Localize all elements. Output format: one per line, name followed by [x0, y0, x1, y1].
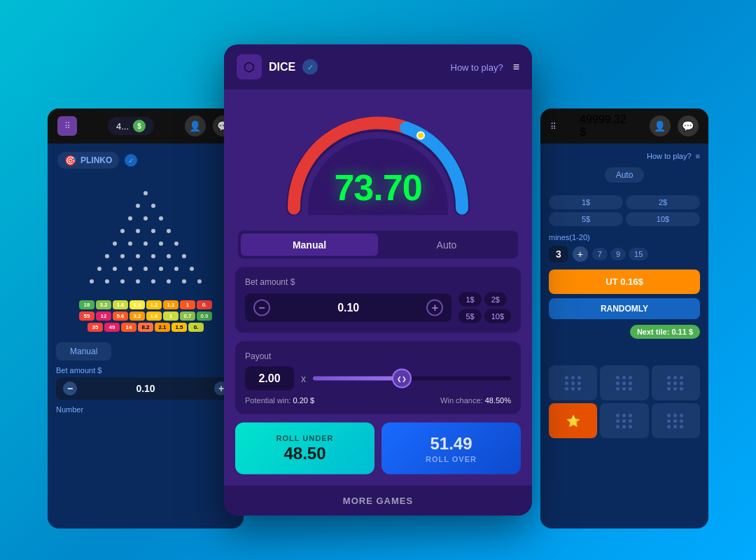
tile-6[interactable] [652, 403, 700, 438]
quick-bets-row-2: 5$ 10$ [458, 309, 511, 323]
qa-btn-1[interactable]: 1$ [549, 195, 623, 209]
left-dollar-badge: $ [133, 120, 146, 132]
gauge-wrapper: 73.70 [280, 104, 476, 216]
how-to-play-link[interactable]: How to play? [451, 62, 503, 72]
potential-win-label: Potential win: 0.20 $ [245, 396, 314, 405]
left-balance-chip: 4... $ [108, 117, 154, 135]
slider-thumb[interactable]: ❮❯ [392, 369, 412, 388]
mines-plus[interactable]: + [573, 246, 588, 262]
bet-value-left: 0.10 [83, 383, 209, 394]
next-tile-badge: Next tile: 0.11 $ [630, 325, 700, 339]
plinko-multipliers: 18 3.2 1.6 1.3 1.2 1.1 1 0. 55 12 5.6 3.… [48, 298, 244, 337]
how-to-play-label-right: How to play? [647, 152, 692, 160]
bet-minus-left[interactable]: − [63, 382, 77, 396]
roll-under-button[interactable]: ROLL UNDER 48.50 [235, 423, 374, 475]
tile-5[interactable] [600, 403, 648, 438]
payout-value: 2.00 [245, 367, 294, 391]
quick-bet-5[interactable]: 5$ [458, 309, 481, 323]
quick-bet-2[interactable]: 2$ [484, 293, 507, 307]
tile-3[interactable] [652, 365, 700, 400]
user-icon-left[interactable]: 👤 [185, 115, 206, 136]
mines-label: mines(1-20) [549, 233, 700, 241]
right-panel-content: How to play? ≡ Auto 1$ 2$ 5$ 10$ mines(1… [540, 144, 708, 447]
manual-tab[interactable]: Manual [241, 234, 378, 256]
quick-bets: 1$ 2$ 5$ 10$ [458, 293, 511, 323]
payout-label: Payout [245, 351, 511, 361]
left-plinko-header: 🎯 PLINKO ✓ [48, 144, 244, 177]
roll-over-label: ROLL OVER [426, 455, 477, 463]
quick-bet-1[interactable]: 1$ [458, 293, 481, 307]
bet-input-area: − 0.10 + [245, 294, 451, 322]
mines-preset-9[interactable]: 9 [610, 248, 626, 260]
mode-tabs: Manual Auto [238, 231, 518, 259]
hamburger-menu-icon[interactable]: ≡ [513, 61, 519, 74]
quick-amounts-right: 1$ 2$ 5$ 10$ [549, 195, 700, 226]
win-chance-value: 48.50% [485, 396, 511, 405]
payout-info: Potential win: 0.20 $ Win chance: 48.50% [245, 396, 511, 405]
number-label-left: Number [56, 405, 235, 414]
right-app-header: ⠿ 49999.32 $ 👤 💬 [540, 108, 708, 144]
dice-game-icon: ⬡ [244, 59, 255, 75]
roll-over-button[interactable]: 51.49 ROLL OVER [382, 423, 521, 475]
qa-btn-2[interactable]: 2$ [626, 195, 700, 209]
right-background-panel: ⠿ 49999.32 $ 👤 💬 How to play? ≡ Auto 1$ … [540, 108, 708, 528]
tile-4-orange[interactable]: ⭐ [549, 403, 597, 438]
roll-under-value: 48.50 [284, 444, 326, 463]
right-dollar-badge: $ [580, 126, 626, 139]
gauge-value: 73.70 [334, 167, 421, 209]
bet-plus-button[interactable]: + [426, 300, 443, 316]
bet-minus-button[interactable]: − [253, 300, 270, 316]
dots-icon: ⠿ [64, 121, 71, 131]
bet-amount-value: 0.10 [276, 302, 421, 314]
right-header-icons: 👤 💬 [650, 115, 699, 136]
bet-row: − 0.10 + 1$ 2$ 5$ 10$ [245, 293, 511, 323]
bet-label-left: Bet amount $ [56, 366, 235, 374]
manual-button-left[interactable]: Manual [56, 342, 111, 360]
payout-row: 2.00 x ❮❯ [245, 367, 511, 391]
mine-grid: ⭐ [549, 365, 700, 438]
chat-icon-right[interactable]: 💬 [678, 115, 699, 136]
right-app-icon: ⠿ [550, 120, 556, 132]
win-chance-label: Win chance: 48.50% [440, 396, 511, 405]
tile-2[interactable] [600, 365, 648, 400]
mines-preset-15[interactable]: 15 [629, 248, 648, 260]
slider-track [313, 377, 511, 381]
quick-bets-row-1: 1$ 2$ [458, 293, 511, 307]
gauge-container: 73.70 [224, 90, 532, 223]
qa-btn-10[interactable]: 10$ [626, 212, 700, 226]
payout-x-symbol: x [301, 373, 306, 384]
slider-fill [313, 377, 402, 381]
dice-verified-badge: ✓ [302, 59, 318, 75]
tile-1[interactable] [549, 365, 597, 400]
mines-preset-7[interactable]: 7 [592, 248, 608, 260]
bet-section: Bet amount $ − 0.10 + 1$ 2$ 5$ 10$ [235, 267, 521, 333]
dice-title: DICE [269, 61, 295, 74]
user-icon-right[interactable]: 👤 [650, 115, 671, 136]
mines-section: mines(1-20) 3 + 7 9 15 [549, 233, 700, 262]
quick-bet-10[interactable]: 10$ [484, 309, 511, 323]
dice-icon-box: ⬡ [237, 55, 262, 80]
dice-modal: ⬡ DICE ✓ How to play? ≡ [224, 45, 532, 516]
mines-value: 3 [549, 246, 568, 262]
plinko-title: PLINKO [80, 155, 112, 165]
plinko-verified-badge: ✓ [125, 154, 137, 167]
bet-input-left: − 0.10 + [56, 377, 235, 400]
menu-icon-right: ≡ [696, 152, 700, 160]
payout-orange-button[interactable]: UT 0.16$ [549, 270, 700, 294]
payout-section: Payout 2.00 x ❮❯ Potential win: 0.20 $ W… [235, 342, 521, 414]
auto-tab[interactable]: Auto [378, 234, 515, 256]
bet-section-label: Bet amount $ [245, 277, 511, 287]
qa-btn-5[interactable]: 5$ [549, 212, 623, 226]
mines-row: 3 + 7 9 15 [549, 246, 700, 262]
left-app-icon: ⠿ [57, 116, 77, 136]
randomly-button[interactable]: RANDOMLY [549, 298, 700, 319]
plinko-title-badge: 🎯 PLINKO [57, 152, 119, 169]
potential-win-value: 0.20 $ [293, 396, 315, 405]
dice-title-area: ⬡ DICE ✓ [237, 55, 318, 80]
plinko-pattern [48, 177, 244, 298]
payout-slider-area[interactable]: ❮❯ [313, 368, 511, 389]
right-how-to-play[interactable]: How to play? ≡ [549, 152, 700, 160]
auto-tab-right[interactable]: Auto [605, 167, 645, 183]
more-games-section[interactable]: MORE GAMES [224, 486, 532, 516]
mines-presets: 7 9 15 [592, 248, 649, 260]
